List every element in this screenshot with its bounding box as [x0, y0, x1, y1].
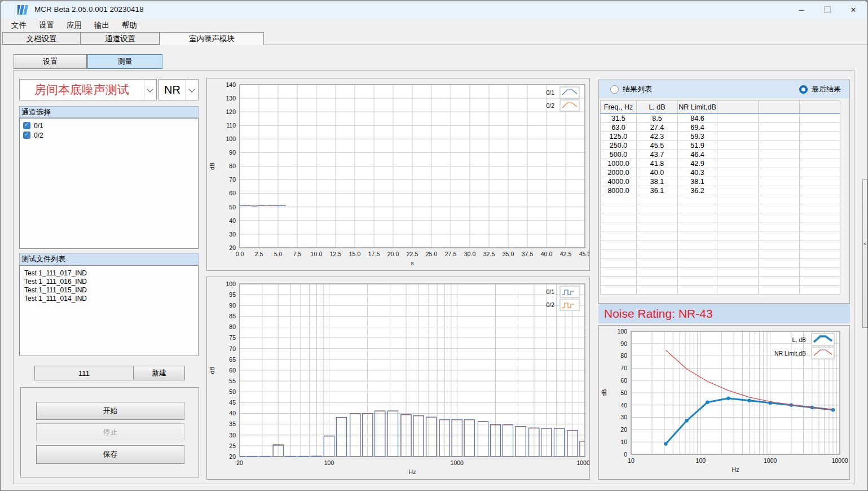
close-button[interactable]: ✕ [840, 1, 866, 19]
svg-text:NR Limit,dB: NR Limit,dB [774, 350, 806, 357]
tab-room-noise-module[interactable]: 室内噪声模块 [160, 32, 264, 45]
chevron-down-icon[interactable] [186, 80, 198, 100]
minimize-button[interactable]: ─ [788, 1, 814, 19]
svg-text:dB: dB [209, 163, 215, 170]
test-file-item[interactable]: Test 1_111_014_IND [24, 295, 198, 303]
table-cell [601, 240, 637, 249]
panel-collapse-splitter[interactable]: < [862, 179, 867, 328]
results-panel: 结果列表 最后结果 Freq., HzL, dBNR Limit,dB31.58… [598, 80, 850, 304]
table-cell [759, 213, 800, 222]
title-bar: MCR Beta 2.05.0.001 20230418 ─ ✕ [1, 1, 867, 19]
channel-select-header: 通道选择 [19, 106, 199, 118]
channel-label: 0/1 [34, 122, 43, 130]
channel-item-0-1[interactable]: 0/1 [23, 121, 198, 130]
table-cell [800, 249, 840, 258]
table-cell [800, 277, 840, 286]
test-file-item[interactable]: Test 1_111_017_IND [24, 269, 198, 278]
table-row: 31.58.584.6 [601, 113, 840, 123]
menu-item-settings[interactable]: 设置 [33, 20, 60, 30]
svg-text:100: 100 [226, 280, 236, 287]
table-cell [601, 195, 637, 204]
radio-result-list-label: 结果列表 [623, 84, 652, 94]
rating-type-combo[interactable]: NR [158, 79, 199, 100]
menu-item-help[interactable]: 帮助 [116, 20, 143, 30]
subtab-measure[interactable]: 测量 [87, 54, 162, 69]
table-cell [601, 213, 637, 222]
test-type-combo[interactable]: 房间本底噪声测试 [19, 79, 157, 100]
table-cell [800, 268, 840, 277]
svg-text:0: 0 [624, 451, 627, 458]
tab-document-settings[interactable]: 文档设置 [2, 32, 81, 45]
table-cell [759, 268, 800, 277]
new-button[interactable]: 新建 [133, 366, 185, 380]
test-file-list[interactable]: Test 1_111_017_INDTest 1_111_016_INDTest… [19, 265, 199, 356]
table-cell [800, 150, 840, 159]
svg-text:50: 50 [229, 388, 236, 395]
svg-text:45: 45 [229, 399, 236, 406]
channel-item-0-2[interactable]: 0/2 [23, 130, 198, 140]
subtab-settings[interactable]: 设置 [14, 54, 87, 69]
table-row: 8000.036.136.2 [601, 186, 840, 195]
radio-last-result[interactable]: 最后结果 [799, 84, 841, 94]
tab-channel-settings[interactable]: 通道设置 [81, 32, 160, 45]
chevron-down-icon[interactable] [144, 80, 156, 100]
table-cell [759, 159, 800, 168]
menu-item-file[interactable]: 文件 [5, 20, 33, 30]
table-cell [678, 249, 717, 258]
svg-text:15.0: 15.0 [349, 251, 361, 257]
test-file-item[interactable]: Test 1_111_015_IND [24, 286, 198, 295]
table-cell [800, 132, 840, 141]
app-logo-icon [17, 5, 30, 15]
svg-text:L, dB: L, dB [792, 336, 806, 343]
table-cell [717, 132, 759, 141]
radio-off-icon[interactable] [610, 85, 619, 94]
svg-text:35.0: 35.0 [503, 251, 514, 257]
start-button[interactable]: 开始 [36, 402, 184, 420]
table-cell [678, 277, 717, 286]
svg-text:Hz: Hz [732, 466, 739, 473]
table-cell [759, 113, 800, 123]
radio-result-list[interactable]: 结果列表 [610, 84, 652, 94]
save-button[interactable]: 保存 [36, 445, 184, 464]
table-cell [759, 240, 800, 249]
table-cell: 1000.0 [601, 159, 637, 168]
svg-text:0.0: 0.0 [236, 251, 244, 257]
tab-strip: 文档设置通道设置室内噪声模块 [1, 32, 867, 45]
maximize-button[interactable] [814, 1, 840, 19]
table-cell [717, 258, 759, 268]
table-cell [800, 186, 840, 195]
table-cell: 46.4 [678, 150, 717, 159]
svg-text:30.0: 30.0 [464, 251, 476, 257]
maximize-icon [824, 6, 831, 13]
table-cell: 36.2 [678, 186, 717, 195]
table-row [601, 213, 840, 222]
svg-text:25: 25 [229, 442, 236, 449]
table-cell [717, 150, 759, 159]
table-row: 125.042.359.3 [601, 132, 840, 141]
menu-item-output[interactable]: 输出 [88, 20, 116, 30]
svg-text:35: 35 [229, 420, 236, 427]
table-header-cell [759, 101, 800, 114]
svg-text:0/1: 0/1 [546, 288, 554, 295]
table-cell: 59.3 [678, 132, 717, 141]
table-header-cell: NR Limit,dB [678, 101, 717, 114]
table-cell: 41.8 [637, 159, 678, 168]
test-file-item[interactable]: Test 1_111_016_IND [24, 278, 198, 286]
menu-item-app[interactable]: 应用 [60, 20, 88, 30]
table-cell [717, 113, 759, 123]
checkbox-checked-icon[interactable] [23, 131, 30, 139]
table-cell: 2000.0 [601, 168, 637, 177]
rating-type-value: NR [159, 80, 186, 100]
results-table[interactable]: Freq., HzL, dBNR Limit,dB31.58.584.663.0… [600, 100, 840, 295]
radio-on-icon[interactable] [799, 85, 808, 94]
table-row [601, 286, 840, 295]
table-cell [717, 123, 759, 132]
table-cell: 125.0 [601, 132, 637, 141]
table-cell [637, 231, 678, 240]
channel-list[interactable]: 0/10/2 [19, 118, 199, 249]
checkbox-checked-icon[interactable] [23, 122, 30, 129]
svg-text:0/2: 0/2 [546, 102, 554, 109]
svg-text:90: 90 [229, 149, 236, 156]
table-cell [678, 213, 717, 222]
test-name-input[interactable] [34, 366, 134, 380]
